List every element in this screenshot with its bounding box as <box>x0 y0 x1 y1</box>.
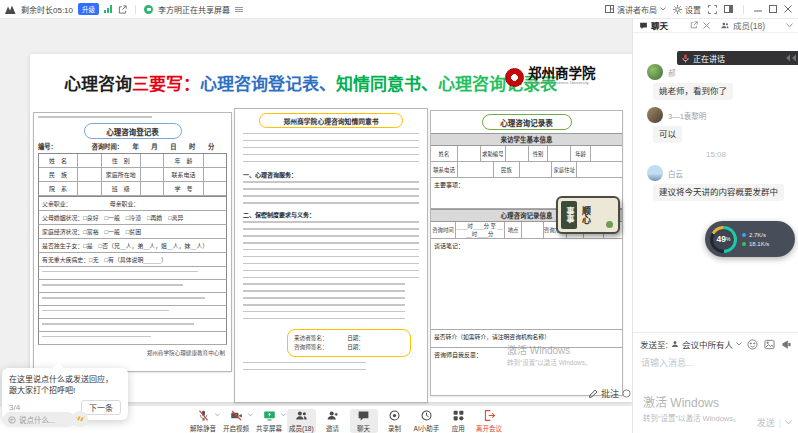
chat-timestamp: 15:08 <box>633 150 798 159</box>
chat-button[interactable]: 聊天 <box>350 409 378 433</box>
chat-message: 白云 建议将今天讲的内容概要发群中 <box>633 165 798 201</box>
download-rate: 18.1K/s <box>749 241 769 247</box>
shared-screen-area: 心理咨询三要写：心理咨询登记表、知情同意书、心理咨询记录表 郑州商学院 Zhen… <box>0 18 632 405</box>
sticker-text-left: 事事 <box>561 201 577 229</box>
members-icon <box>295 409 308 422</box>
chat-bubble-icon <box>8 416 16 424</box>
share-link-icon[interactable] <box>118 5 127 14</box>
send-button[interactable]: 发送 <box>757 416 775 429</box>
presentation-slide: 心理咨询三要写：心理咨询登记表、知情同意书、心理咨询记录表 郑州商学院 Zhen… <box>30 54 632 402</box>
screen-sharing-indicator-icon <box>144 5 153 14</box>
chat-icon <box>357 409 370 422</box>
registration-info-grid: 姓 名 性 别 年 龄 民 族 家庭所在地 联系电话 院 系 班 级 学 号 <box>38 153 227 197</box>
record-icon <box>388 409 401 422</box>
performance-widget[interactable]: 49% 2.7K/s 18.1K/s <box>705 221 795 257</box>
form-row <box>38 293 227 306</box>
share-screen-button[interactable]: 共享屏幕 <box>254 409 284 433</box>
consent-paragraph <box>243 133 419 167</box>
close-panel-icon[interactable] <box>703 22 710 29</box>
sharing-menu-icon[interactable] <box>235 6 243 13</box>
start-video-button[interactable]: 开启视频 <box>221 409 251 433</box>
chevron-down-icon[interactable] <box>786 23 793 28</box>
annotate-button[interactable]: 批注 <box>588 387 631 400</box>
form-row: 父亲职业： 母亲职业： <box>38 197 227 211</box>
gear-icon <box>673 5 682 14</box>
sticker-text-right: 顺心 <box>579 206 593 224</box>
quick-chat-input[interactable]: 说点什么... <box>3 412 75 427</box>
sticker-image: 事事 顺心 <box>556 196 620 234</box>
signature-highlight-box: 来访者签名： 日期： 咨询师签名： 日期： <box>287 329 411 357</box>
minimize-button[interactable] <box>754 5 762 13</box>
record-button[interactable]: 录制 <box>381 409 409 433</box>
chevron-down-icon[interactable] <box>785 420 792 425</box>
invite-button[interactable]: 邀请 <box>319 409 347 433</box>
camera-off-icon <box>230 409 243 422</box>
message-input[interactable]: 请输入消息... <box>633 350 798 375</box>
registration-form-title: 心理咨询登记表 <box>84 123 182 139</box>
mic-off-icon <box>197 409 210 422</box>
layout-switch-button[interactable]: 演讲者布局 <box>605 4 666 15</box>
ai-assistant-button[interactable]: AI小助手 <box>412 409 442 433</box>
settings-button[interactable]: 设置 <box>673 4 701 15</box>
consent-paragraph <box>243 283 405 323</box>
pop-out-icon[interactable] <box>690 21 698 29</box>
screen-share-icon <box>263 409 276 422</box>
volume-waves-icon <box>786 54 798 62</box>
sharing-status-label: 李方明正在共享屏幕 <box>158 4 230 15</box>
tooltip-pagination: 3/4 <box>9 403 20 412</box>
sender-name: 郝 <box>668 67 676 78</box>
side-panel-icon[interactable] <box>724 5 733 13</box>
leave-meeting-button[interactable]: 离开会议 <box>476 409 502 433</box>
form-row <box>38 280 227 293</box>
tooltip-text-line1: 在这里说点什么或发送回应， <box>9 374 121 385</box>
chat-message: 郝 姚老师，看到你了 <box>633 64 798 100</box>
upgrade-badge[interactable]: 升级 <box>78 3 99 15</box>
sender-name: 3—1袁黎明 <box>668 110 706 121</box>
avatar[interactable] <box>647 64 663 80</box>
form-row: 有无重大疾病史：□无 □有（具体说明＿＿＿） <box>38 253 227 267</box>
chevron-down-icon <box>248 413 253 417</box>
session-notes-field: 谈话笔记： <box>431 239 622 330</box>
tooltip-next-button[interactable]: 下一条 <box>81 400 121 415</box>
send-to-label: 发送至: <box>640 338 668 350</box>
download-dot-icon <box>742 242 746 246</box>
form-header-note <box>38 116 152 121</box>
apps-button[interactable]: 应用 <box>444 409 472 433</box>
message-bubble: 建议将今天讲的内容概要发群中 <box>653 184 784 201</box>
network-signal-icon[interactable] <box>104 5 113 13</box>
tab-chat[interactable]: 聊天 <box>639 19 668 31</box>
avatar[interactable] <box>647 107 663 123</box>
message-bubble: 姚老师，看到你了 <box>653 83 733 100</box>
form-footer: 郑州商学院心理健康教育中心制 <box>34 349 225 357</box>
emoji-icon[interactable] <box>747 339 758 350</box>
consent-paragraph <box>243 221 419 283</box>
chevron-down-icon <box>215 413 220 417</box>
avatar[interactable] <box>647 165 663 181</box>
members-button[interactable]: 成员(18) <box>287 409 316 433</box>
unmute-button[interactable]: 解除静音 <box>188 409 218 433</box>
form-row <box>38 332 227 345</box>
tab-members[interactable]: 成员(18) <box>720 19 765 31</box>
chat-compose-area: 发送至: 会议中所有人 请输入消息... 激活 Windows 转到“设置”以激… <box>633 332 798 433</box>
apps-grid-icon <box>452 409 465 422</box>
send-target-selector[interactable]: 会议中所有人 <box>682 338 733 350</box>
form-row: 家庭经济状况：□富裕 □一般 □贫困 <box>38 225 227 239</box>
image-icon[interactable] <box>764 339 775 350</box>
close-button[interactable] <box>784 5 792 13</box>
consent-paragraph <box>243 181 419 207</box>
registration-form-meta: 编号： 咨询时间： 年 月 日 时 分 <box>38 142 227 151</box>
sender-name: 白云 <box>668 168 683 179</box>
announcement-icon[interactable] <box>781 339 792 350</box>
upload-rate: 2.7K/s <box>749 232 766 238</box>
pencil-icon <box>588 389 598 399</box>
reaction-button[interactable] <box>72 411 88 427</box>
consent-form: 郑州商学院心理咨询知情同意书 一、心理咨询服务： 二、保密制度要求与义务： 来访… <box>234 108 428 403</box>
form-row: 父母婚姻状况：□良好 □一般 □冷漠 □再婚 □离异 <box>38 211 227 225</box>
windows-activation-watermark: 激活 Windows 转到“设置”以激活 Windows。 <box>507 342 592 367</box>
chevron-down-icon[interactable] <box>736 342 742 346</box>
record-form-title: 心理咨询记录表 <box>482 114 572 130</box>
form-row <box>38 306 227 319</box>
maximize-button[interactable] <box>769 5 777 13</box>
clap-hands-icon <box>75 414 85 424</box>
fullscreen-icon[interactable] <box>708 5 717 14</box>
